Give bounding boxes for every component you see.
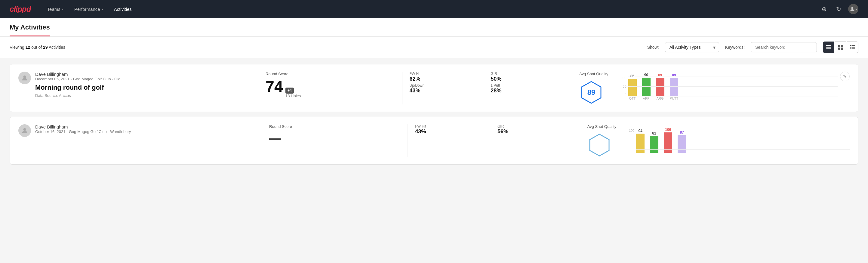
bar-putt-value: 89 — [672, 73, 676, 77]
chevron-down-icon: ▾ — [102, 7, 103, 11]
stats-grid: FW Hit 43% GIR 56% — [415, 124, 572, 135]
card-left: Dave Billingham October 16, 2021 - Gog M… — [18, 124, 254, 137]
activity-type-select[interactable]: All Activity Types — [665, 42, 719, 52]
activities-content: Dave Billingham December 05, 2021 - Gog … — [0, 58, 868, 175]
bar-app: 82 — [650, 131, 658, 153]
bar-app-bar — [650, 136, 658, 153]
fw-hit-value: 62% — [410, 76, 484, 82]
chevron-down-icon: ▾ — [62, 7, 63, 11]
score-holes: 18 Holes — [285, 94, 301, 98]
card-info: Dave Billingham December 05, 2021 - Gog … — [35, 71, 120, 98]
divider — [258, 71, 258, 105]
view-list-detailed-button[interactable] — [847, 41, 858, 53]
fw-hit-label: FW Hit — [415, 124, 490, 128]
score-value: 74 — [266, 79, 283, 94]
fw-hit-stat: FW Hit 62% — [410, 71, 484, 82]
viewing-count-text: Viewing 12 out of 29 Activities — [10, 45, 641, 50]
date-course: December 05, 2021 - Gog Magog Golf Club … — [35, 77, 120, 81]
svg-rect-3 — [826, 49, 831, 49]
y-label-100: 100 — [617, 76, 626, 80]
nav-item-activities[interactable]: Activities — [110, 4, 136, 14]
round-score-label: Round Score — [269, 124, 400, 129]
round-title: Morning round of golf — [35, 84, 120, 91]
bar-arg-bar — [656, 78, 664, 96]
bar-app-bar — [642, 78, 651, 96]
oneputt-label: 1 Putt — [491, 83, 564, 88]
y-label-100: 100 — [625, 129, 634, 133]
avg-shot-quality-label: Avg Shot Quality — [579, 71, 609, 76]
bar-chart: 100 50 0 85 OTT — [615, 76, 838, 100]
score-placeholder — [269, 139, 281, 140]
svg-rect-13 — [852, 49, 855, 49]
svg-rect-5 — [841, 45, 843, 47]
refresh-icon[interactable]: ↻ — [834, 4, 843, 14]
user-avatar[interactable]: ▾ — [848, 4, 858, 14]
fw-hit-value: 43% — [415, 128, 490, 135]
svg-rect-10 — [850, 47, 851, 48]
viewing-count: 12 — [26, 45, 30, 50]
bar-putt-bar — [678, 135, 686, 153]
avg-shot-quality-label: Avg Shot Quality — [587, 124, 617, 129]
svg-rect-1 — [826, 45, 831, 46]
score-diff: +4 — [285, 88, 294, 94]
page-header: My Activities — [0, 18, 868, 37]
edit-button[interactable]: ✎ — [840, 71, 850, 81]
gir-label: GIR — [491, 71, 564, 76]
viewing-total: 29 — [43, 45, 48, 50]
data-source: Data Source: Arccos — [35, 93, 120, 98]
bar-app-label: APP — [643, 96, 650, 100]
oneputt-stat: 1 Putt 28% — [491, 83, 564, 94]
view-list-compact-button[interactable] — [823, 41, 834, 53]
nav-item-teams[interactable]: Teams ▾ — [43, 4, 68, 14]
view-grid-button[interactable] — [835, 41, 846, 53]
show-label: Show: — [647, 45, 659, 50]
avg-shot-quality-section: Avg Shot Quality 89 100 50 0 — [579, 71, 838, 105]
divider — [572, 71, 572, 105]
svg-marker-17 — [590, 134, 609, 156]
card-left: Dave Billingham December 05, 2021 - Gog … — [18, 71, 251, 98]
bar-putt-bar — [670, 78, 678, 96]
svg-rect-2 — [826, 47, 831, 48]
updown-stat: Up/Down 43% — [410, 83, 484, 94]
nav-items: Teams ▾ Performance ▾ Activities — [43, 4, 819, 14]
activity-card: Dave Billingham October 16, 2021 - Gog M… — [10, 117, 858, 165]
player-name: Dave Billingham — [35, 124, 131, 129]
quality-hexagon — [587, 133, 612, 157]
svg-rect-11 — [852, 47, 855, 48]
score-row — [269, 131, 400, 140]
quality-hexagon: 89 — [579, 80, 603, 105]
bar-ott-value: 94 — [639, 129, 643, 133]
avatar — [18, 124, 31, 137]
round-score-label: Round Score — [266, 71, 395, 76]
bar-putt-label: PUTT — [670, 96, 679, 100]
nav-item-performance[interactable]: Performance ▾ — [70, 4, 107, 14]
svg-point-16 — [23, 128, 26, 131]
add-icon[interactable]: ⊕ — [819, 4, 829, 14]
bar-ott-label: OTT — [629, 96, 636, 100]
bar-arg-value: 106 — [665, 127, 671, 132]
svg-rect-6 — [838, 48, 840, 50]
avg-shot-quality-section: Avg Shot Quality 100 — [587, 124, 850, 157]
bar-chart: 100 94 82 106 — [622, 129, 850, 153]
search-input[interactable] — [751, 42, 817, 52]
y-label-0: 0 — [617, 93, 626, 96]
logo: clippd — [10, 4, 31, 14]
gir-label: GIR — [497, 124, 572, 128]
avatar — [18, 71, 31, 84]
svg-rect-4 — [838, 45, 840, 47]
bar-putt: 89 PUTT — [670, 73, 679, 100]
bar-arg: 89 ARG — [656, 73, 664, 100]
fw-hit-stat: FW Hit 43% — [415, 124, 490, 135]
activity-type-select-wrapper[interactable]: All Activity Types — [665, 42, 719, 52]
bar-app-value: 82 — [652, 131, 656, 136]
updown-value: 43% — [410, 88, 484, 94]
svg-rect-8 — [850, 45, 851, 46]
bar-putt-value: 87 — [680, 130, 684, 135]
gir-value: 50% — [491, 76, 564, 82]
filter-bar: Viewing 12 out of 29 Activities Show: Al… — [0, 37, 868, 58]
svg-point-0 — [851, 7, 853, 9]
bar-ott-bar — [628, 79, 637, 96]
svg-point-14 — [23, 76, 26, 78]
svg-rect-9 — [852, 45, 855, 46]
bar-arg-label: ARG — [657, 96, 664, 100]
